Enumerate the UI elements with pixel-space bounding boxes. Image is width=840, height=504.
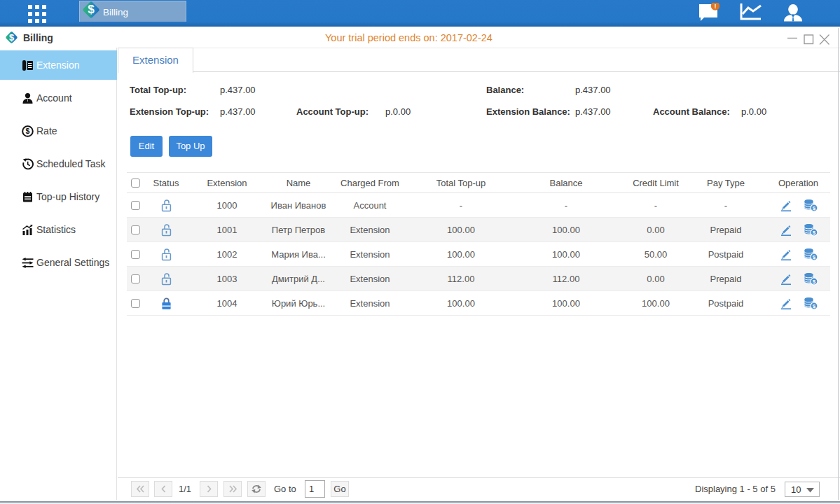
svg-text:$: $	[26, 127, 30, 135]
svg-text:$: $	[812, 279, 815, 285]
svg-text:$: $	[812, 303, 815, 309]
svg-text:$: $	[812, 230, 815, 236]
svg-text:!: !	[715, 3, 717, 10]
svg-text:$: $	[812, 205, 815, 211]
svg-text:$: $	[812, 254, 815, 260]
